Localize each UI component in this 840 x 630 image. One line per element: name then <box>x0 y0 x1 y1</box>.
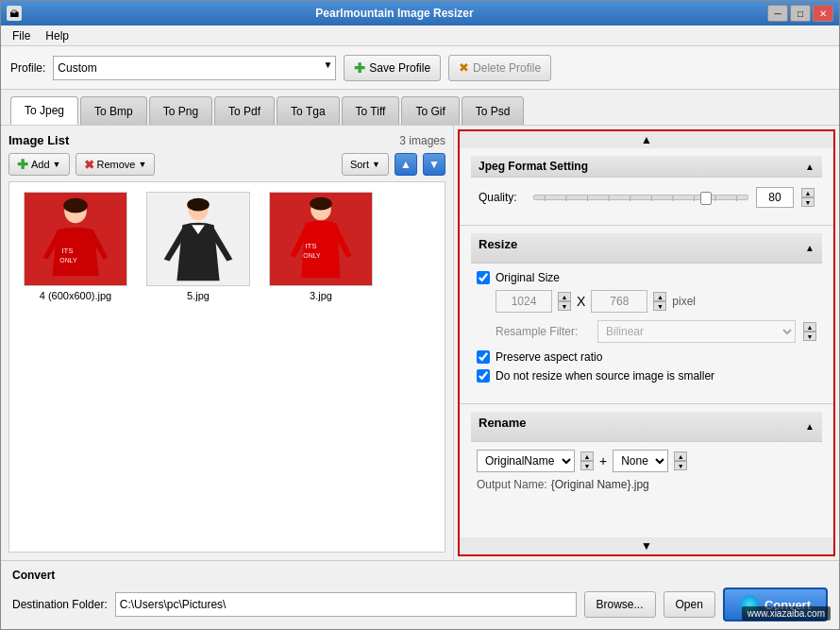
svg-text:ITS: ITS <box>61 247 73 255</box>
remove-button[interactable]: ✖ Remove ▼ <box>76 153 156 176</box>
profile-label: Profile: <box>10 61 45 75</box>
dimension-separator: X <box>577 294 585 309</box>
list-item[interactable]: ITS ONLY 4 (600x600).jpg <box>19 192 132 301</box>
suffix-option-select[interactable]: None <box>613 450 668 472</box>
profile-select[interactable]: Custom <box>53 56 336 80</box>
maximize-button[interactable]: □ <box>790 5 811 22</box>
preserve-aspect-label: Preserve aspect ratio <box>496 350 602 364</box>
convert-row: Destination Folder: Browse... Open Conve… <box>12 587 828 621</box>
dimension-row: ▲ ▼ X ▲ ▼ pixel <box>477 290 816 313</box>
destination-input[interactable] <box>115 592 577 617</box>
width-spin-up[interactable]: ▲ <box>558 292 571 301</box>
image-thumbnail: ITS ONLY <box>269 192 373 286</box>
add-icon: ✚ <box>17 157 28 172</box>
app-icon: 🏔 <box>7 6 22 21</box>
image-filename: 4 (600x600).jpg <box>40 290 111 301</box>
left-panel: Image List 3 images ✚ Add ▼ ✖ Remove ▼ S… <box>1 126 454 560</box>
list-item[interactable]: 5.jpg <box>142 192 255 301</box>
output-name-label: Output Name: <box>477 478 547 491</box>
convert-section-title: Convert <box>12 569 828 582</box>
tab-png[interactable]: To Png <box>149 96 212 125</box>
add-button[interactable]: ✚ Add ▼ <box>8 153 70 176</box>
sort-button[interactable]: Sort ▼ <box>342 153 389 176</box>
rename-section-header: Rename ▲ <box>471 412 822 442</box>
original-size-checkbox[interactable] <box>477 271 490 284</box>
tab-jpeg[interactable]: To Jpeg <box>10 96 78 125</box>
scroll-down-button[interactable]: ▼ <box>460 537 833 554</box>
jpeg-format-section: Jpeg Format Setting ▲ Quality: <box>460 148 833 226</box>
tab-bmp[interactable]: To Bmp <box>80 96 147 125</box>
no-resize-checkbox[interactable] <box>477 369 490 383</box>
resize-scroll-btn[interactable]: ▲ <box>805 243 815 253</box>
toolbar: Profile: Custom ✚ Save Profile ✖ Delete … <box>1 46 839 90</box>
tab-tiff[interactable]: To Tiff <box>342 96 400 125</box>
resample-spin-up[interactable]: ▲ <box>803 322 816 332</box>
resize-title: Resize <box>479 237 517 251</box>
image-list-header: Image List 3 images <box>8 133 445 147</box>
suffix-spin-down[interactable]: ▼ <box>674 461 687 470</box>
move-up-button[interactable]: ▲ <box>395 153 417 176</box>
suffix-spin-up[interactable]: ▲ <box>674 451 687 461</box>
close-button[interactable]: ✕ <box>813 5 833 22</box>
scroll-up-button[interactable]: ▲ <box>460 131 833 148</box>
list-item[interactable]: ITS ONLY 3.jpg <box>264 192 378 301</box>
move-down-button[interactable]: ▼ <box>423 153 445 176</box>
image-filename: 3.jpg <box>310 290 332 301</box>
rename-title: Rename <box>479 416 527 430</box>
tab-psd[interactable]: To Psd <box>462 96 525 125</box>
delete-profile-button[interactable]: ✖ Delete Profile <box>448 55 551 81</box>
tab-tga[interactable]: To Tga <box>277 96 339 125</box>
quality-value-display: 80 <box>756 187 794 208</box>
height-input[interactable] <box>591 290 647 313</box>
resample-spin-down[interactable]: ▼ <box>803 332 816 341</box>
preserve-aspect-checkbox[interactable] <box>477 350 490 364</box>
destination-label: Destination Folder: <box>12 598 108 611</box>
image-list-area[interactable]: ITS ONLY 4 (600x600).jpg <box>8 181 445 553</box>
jpeg-scroll-btn[interactable]: ▲ <box>805 162 815 172</box>
name-spin-up[interactable]: ▲ <box>580 451 594 461</box>
height-spinners: ▲ ▼ <box>653 292 666 311</box>
browse-button[interactable]: Browse... <box>584 591 656 618</box>
quality-label: Quality: <box>479 191 526 204</box>
tab-gif[interactable]: To Gif <box>401 96 459 125</box>
dimension-unit: pixel <box>672 295 696 308</box>
name-spin-down[interactable]: ▼ <box>580 461 594 470</box>
original-size-row: Original Size <box>477 271 816 284</box>
rename-plus: + <box>599 453 607 468</box>
quality-spin-down[interactable]: ▼ <box>801 197 815 207</box>
image-filename: 5.jpg <box>187 290 210 301</box>
suffix-spinners: ▲ ▼ <box>674 451 687 470</box>
image-thumbnail: ITS ONLY <box>24 192 127 286</box>
menubar: File Help <box>1 26 839 46</box>
image-list-title: Image List <box>8 133 69 147</box>
save-profile-button[interactable]: ✚ Save Profile <box>344 55 441 81</box>
height-spin-down[interactable]: ▼ <box>653 301 666 311</box>
menu-file[interactable]: File <box>5 27 38 44</box>
resize-section: Resize ▲ Original Size ▲ ▼ <box>460 226 833 404</box>
height-spin-up[interactable]: ▲ <box>653 292 666 301</box>
width-spin-down[interactable]: ▼ <box>558 301 571 311</box>
watermark: www.xiazaiba.com <box>742 606 831 621</box>
output-name-row: Output Name: {Original Name}.jpg <box>477 478 816 491</box>
resample-select[interactable]: Bilinear <box>597 320 796 343</box>
rename-scroll-btn[interactable]: ▲ <box>805 421 815 432</box>
svg-text:ONLY: ONLY <box>59 257 77 264</box>
minimize-button[interactable]: ─ <box>767 5 788 22</box>
rename-content: OriginalName ▲ ▼ + None ▲ <box>471 442 822 499</box>
window-title: Pearlmountain Image Resizer <box>22 7 767 20</box>
settings-scroll-area[interactable]: Jpeg Format Setting ▲ Quality: <box>460 148 833 537</box>
format-tabs: To Jpeg To Bmp To Png To Pdf To Tga To T… <box>1 90 839 126</box>
quality-spin-up[interactable]: ▲ <box>801 188 815 197</box>
name-option-select[interactable]: OriginalName <box>477 450 575 472</box>
width-input[interactable] <box>496 290 552 313</box>
no-resize-label: Do not resize when source image is small… <box>496 369 714 383</box>
resample-label: Resample Filter: <box>496 325 590 338</box>
quality-slider[interactable] <box>533 195 748 200</box>
open-button[interactable]: Open <box>664 591 715 618</box>
tab-pdf[interactable]: To Pdf <box>214 96 275 125</box>
menu-help[interactable]: Help <box>38 27 76 44</box>
main-window: 🏔 Pearlmountain Image Resizer ─ □ ✕ File… <box>0 0 840 630</box>
jpeg-quality-container: Quality: <box>471 178 822 217</box>
delete-icon: ✖ <box>459 60 469 75</box>
right-panel: ▲ Jpeg Format Setting ▲ Quality: <box>458 129 835 556</box>
